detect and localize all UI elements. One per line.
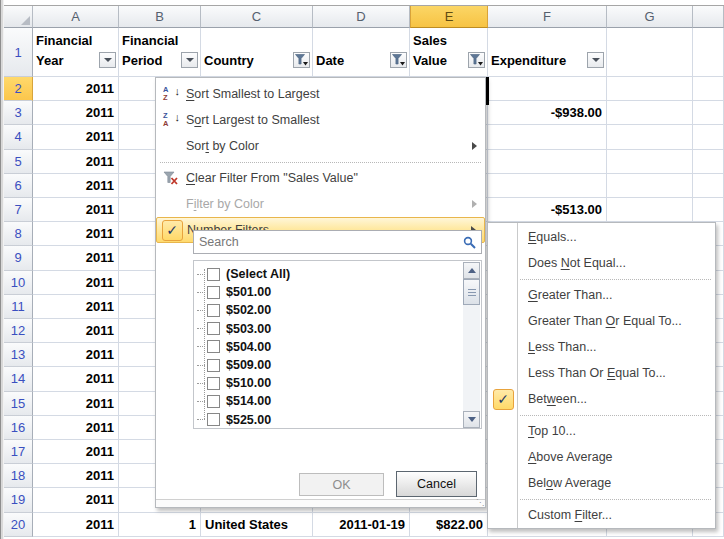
submenu-item-custom-filter[interactable]: Custom Filter... xyxy=(488,502,715,528)
row-header-5[interactable]: 5 xyxy=(4,150,33,174)
header-cell-D[interactable]: Date xyxy=(313,28,410,77)
cell-G5[interactable] xyxy=(607,150,693,174)
checkbox-unchecked[interactable] xyxy=(207,322,220,335)
scrollbar-thumb[interactable] xyxy=(463,279,480,305)
value-list-scrollbar[interactable] xyxy=(463,262,480,428)
column-header-F[interactable]: F xyxy=(488,6,607,28)
scroll-down-button[interactable] xyxy=(463,411,480,428)
column-header-G[interactable]: G xyxy=(607,6,693,28)
cell-A18[interactable]: 2011 xyxy=(33,464,119,488)
checkbox-unchecked[interactable] xyxy=(207,413,220,426)
cell-A5[interactable]: 2011 xyxy=(33,150,119,174)
cell-A11[interactable]: 2011 xyxy=(33,295,119,319)
filter-dropdown-button-B[interactable] xyxy=(181,52,198,68)
column-header-partial[interactable] xyxy=(693,6,724,28)
row-header-10[interactable]: 10 xyxy=(4,271,33,295)
submenu-item-greater-than[interactable]: Greater Than... xyxy=(488,282,715,308)
cell-A6[interactable]: 2011 xyxy=(33,174,119,198)
cell-G6[interactable] xyxy=(607,174,693,198)
header-cell-B[interactable]: FinancialPeriod xyxy=(119,28,201,77)
row-header-11[interactable]: 11 xyxy=(4,295,33,319)
value-list-item[interactable]: $525.00 xyxy=(197,411,271,429)
filter-dropdown-button-A[interactable] xyxy=(99,52,116,68)
cell-G7[interactable] xyxy=(607,198,693,222)
row-header-13[interactable]: 13 xyxy=(4,343,33,367)
menu-item-sort-smallest-to-largest[interactable]: AZ↓Sort Smallest to Largest xyxy=(156,81,485,107)
cell-G2[interactable] xyxy=(607,77,693,101)
cell-F6[interactable] xyxy=(488,174,607,198)
cell-A2[interactable]: 2011 xyxy=(33,77,119,101)
row-header-4[interactable]: 4 xyxy=(4,125,33,149)
cell-A20[interactable]: 2011 xyxy=(33,513,119,537)
value-list-item[interactable]: $510.00 xyxy=(197,374,271,392)
cell-A7[interactable]: 2011 xyxy=(33,198,119,222)
cell-E20[interactable]: $822.00 xyxy=(410,513,488,537)
cell-H7[interactable] xyxy=(693,198,724,222)
header-cell-G[interactable] xyxy=(607,28,693,77)
select-all-corner[interactable] xyxy=(4,6,33,28)
value-list-item[interactable]: $502.00 xyxy=(197,301,271,319)
checkbox-unchecked[interactable] xyxy=(207,286,220,299)
submenu-item-greater-than-or-equal-to[interactable]: Greater Than Or Equal To... xyxy=(488,308,715,334)
cell-A9[interactable]: 2011 xyxy=(33,246,119,270)
cell-A16[interactable]: 2011 xyxy=(33,416,119,440)
cell-F2[interactable] xyxy=(488,77,607,101)
cell-D20[interactable]: 2011-01-19 xyxy=(313,513,410,537)
value-list-item[interactable]: $504.00 xyxy=(197,338,271,356)
value-list-item[interactable]: $514.00 xyxy=(197,392,271,410)
checkbox-unchecked[interactable] xyxy=(207,359,220,372)
row-header-6[interactable]: 6 xyxy=(4,174,33,198)
row-header-1[interactable]: 1 xyxy=(4,28,33,77)
submenu-item-less-than-or-equal-to[interactable]: Less Than Or Equal To... xyxy=(488,360,715,386)
cell-A13[interactable]: 2011 xyxy=(33,343,119,367)
column-header-E[interactable]: E xyxy=(410,6,488,28)
cell-H5[interactable] xyxy=(693,150,724,174)
row-header-12[interactable]: 12 xyxy=(4,319,33,343)
row-header-2[interactable]: 2 xyxy=(4,77,33,101)
column-header-A[interactable]: A xyxy=(33,6,119,28)
submenu-item-above-average[interactable]: Above Average xyxy=(488,444,715,470)
cell-C20[interactable]: United States xyxy=(201,513,313,537)
submenu-item-less-than[interactable]: Less Than... xyxy=(488,334,715,360)
cell-F4[interactable] xyxy=(488,125,607,149)
header-cell-E[interactable]: SalesValue xyxy=(410,28,488,77)
filter-funnel-button-E[interactable] xyxy=(468,52,485,68)
cell-F5[interactable] xyxy=(488,150,607,174)
cell-G4[interactable] xyxy=(607,125,693,149)
header-cell-H[interactable] xyxy=(693,28,724,77)
cell-B20[interactable]: 1 xyxy=(119,513,201,537)
value-list-item[interactable]: $501.00 xyxy=(197,283,271,301)
row-header-15[interactable]: 15 xyxy=(4,392,33,416)
column-header-B[interactable]: B xyxy=(119,6,201,28)
submenu-item-top-10[interactable]: Top 10... xyxy=(488,418,715,444)
scroll-up-button[interactable] xyxy=(463,262,480,279)
row-header-20[interactable]: 20 xyxy=(4,513,33,537)
filter-funnel-button-C[interactable] xyxy=(293,52,310,68)
cell-A10[interactable]: 2011 xyxy=(33,271,119,295)
filter-dropdown-button-F[interactable] xyxy=(587,52,604,68)
cell-H6[interactable] xyxy=(693,174,724,198)
row-header-17[interactable]: 17 xyxy=(4,440,33,464)
cell-H4[interactable] xyxy=(693,125,724,149)
checkbox-unchecked[interactable] xyxy=(207,377,220,390)
row-header-3[interactable]: 3 xyxy=(4,101,33,125)
row-header-7[interactable]: 7 xyxy=(4,198,33,222)
row-header-18[interactable]: 18 xyxy=(4,464,33,488)
row-header-9[interactable]: 9 xyxy=(4,246,33,270)
cell-A19[interactable]: 2011 xyxy=(33,488,119,512)
row-header-14[interactable]: 14 xyxy=(4,367,33,391)
value-list-item[interactable]: (Select All) xyxy=(197,265,290,283)
submenu-item-equals[interactable]: Equals... xyxy=(488,224,715,250)
cell-F7[interactable]: -$513.00 xyxy=(488,198,607,222)
resize-grip-icon[interactable]: ⋱ xyxy=(476,499,484,507)
header-cell-A[interactable]: FinancialYear xyxy=(33,28,119,77)
cell-A17[interactable]: 2011 xyxy=(33,440,119,464)
cell-F3[interactable]: -$938.00 xyxy=(488,101,607,125)
header-cell-F[interactable]: Expenditure xyxy=(488,28,607,77)
row-header-16[interactable]: 16 xyxy=(4,416,33,440)
cell-H3[interactable] xyxy=(693,101,724,125)
cell-A14[interactable]: 2011 xyxy=(33,367,119,391)
header-cell-C[interactable]: Country xyxy=(201,28,313,77)
cell-A12[interactable]: 2011 xyxy=(33,319,119,343)
cell-A4[interactable]: 2011 xyxy=(33,125,119,149)
